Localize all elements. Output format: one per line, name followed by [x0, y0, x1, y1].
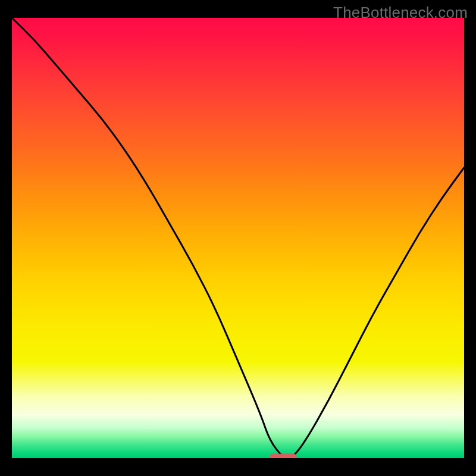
chart-frame: TheBottleneck.com — [0, 0, 476, 476]
optimal-marker — [270, 454, 297, 459]
curve-layer — [12, 18, 464, 458]
plot-area — [12, 18, 464, 458]
bottleneck-curve — [12, 18, 464, 458]
watermark-text: TheBottleneck.com — [333, 4, 468, 22]
